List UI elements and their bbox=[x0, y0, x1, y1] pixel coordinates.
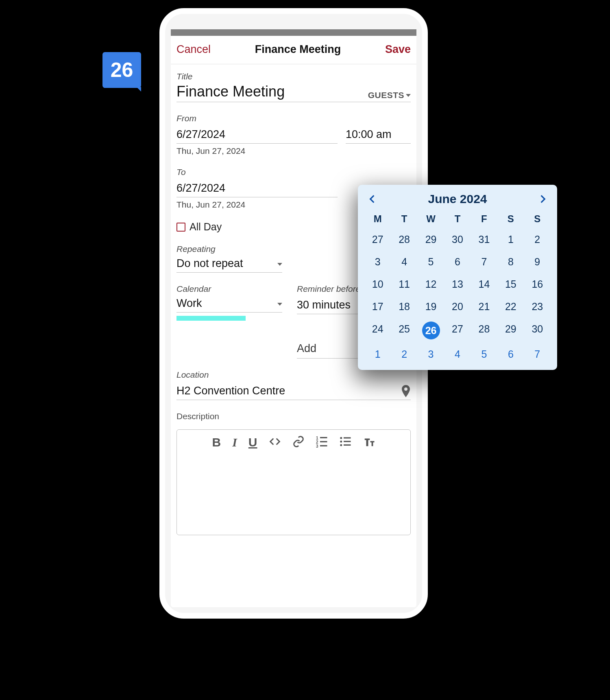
calendar-app-badge: 26 bbox=[102, 52, 141, 88]
dropdown-icon bbox=[277, 303, 282, 306]
calendar-day[interactable]: 6 bbox=[444, 254, 471, 269]
code-icon[interactable] bbox=[269, 435, 281, 448]
unordered-list-icon[interactable] bbox=[340, 435, 352, 448]
calendar-day[interactable]: 25 bbox=[391, 322, 417, 339]
calendar-day[interactable]: 18 bbox=[391, 299, 417, 314]
calendar-day[interactable]: 6 bbox=[497, 347, 524, 362]
calendar-day[interactable]: 28 bbox=[391, 232, 417, 247]
calendar-day[interactable]: 19 bbox=[418, 299, 444, 314]
save-button[interactable]: Save bbox=[385, 43, 411, 56]
calendar-day[interactable]: 31 bbox=[471, 232, 497, 247]
all-day-label: All Day bbox=[190, 221, 222, 233]
badge-day-number: 26 bbox=[111, 58, 133, 82]
calendar-day[interactable]: 30 bbox=[444, 232, 471, 247]
calendar-day[interactable]: 7 bbox=[471, 254, 497, 269]
calendar-day[interactable]: 4 bbox=[444, 347, 471, 362]
calendar-day[interactable]: 2 bbox=[524, 232, 551, 247]
from-date-field[interactable]: 6/27/2024 bbox=[176, 125, 338, 141]
day-of-week-header: T bbox=[391, 213, 417, 225]
calendar-day[interactable]: 5 bbox=[471, 347, 497, 362]
day-of-week-header: S bbox=[497, 213, 524, 225]
calendar-value: Work bbox=[176, 295, 202, 310]
location-pin-icon bbox=[401, 385, 411, 397]
calendar-day[interactable]: 9 bbox=[524, 254, 551, 269]
repeating-select[interactable]: Do not repeat bbox=[176, 256, 282, 273]
calendar-day[interactable]: 4 bbox=[391, 254, 417, 269]
to-date-field[interactable]: 6/27/2024 bbox=[176, 179, 338, 195]
next-month-button[interactable] bbox=[538, 194, 548, 204]
calendar-day[interactable]: 20 bbox=[444, 299, 471, 314]
calendar-day[interactable]: 1 bbox=[364, 347, 391, 362]
svg-point-6 bbox=[340, 437, 342, 439]
guests-label: GUESTS bbox=[368, 90, 404, 100]
ordered-list-icon[interactable]: 123 bbox=[316, 435, 328, 448]
description-label: Description bbox=[176, 411, 411, 421]
svg-rect-4 bbox=[320, 441, 327, 442]
svg-rect-11 bbox=[344, 444, 351, 446]
italic-icon[interactable]: I bbox=[232, 435, 237, 449]
cancel-button[interactable]: Cancel bbox=[176, 43, 211, 56]
calendar-grid: MTWTFSS272829303112345678910111213141516… bbox=[364, 213, 551, 362]
calendar-day[interactable]: 28 bbox=[471, 322, 497, 339]
title-label: Title bbox=[176, 72, 411, 81]
bold-icon[interactable]: B bbox=[212, 435, 221, 449]
location-label: Location bbox=[176, 370, 411, 380]
description-editor[interactable]: B I U 123 bbox=[176, 429, 411, 535]
calendar-day[interactable]: 14 bbox=[471, 277, 497, 292]
calendar-day[interactable]: 15 bbox=[497, 277, 524, 292]
dropdown-icon bbox=[277, 263, 282, 266]
svg-point-8 bbox=[340, 444, 342, 446]
calendar-day[interactable]: 12 bbox=[418, 277, 444, 292]
from-label: From bbox=[176, 114, 411, 123]
calendar-day[interactable]: 13 bbox=[444, 277, 471, 292]
calendar-day[interactable]: 3 bbox=[364, 254, 391, 269]
text-size-icon[interactable] bbox=[363, 435, 375, 448]
calendar-day[interactable]: 17 bbox=[364, 299, 391, 314]
calendar-color-swatch bbox=[176, 316, 246, 321]
calendar-day[interactable]: 21 bbox=[471, 299, 497, 314]
calendar-day[interactable]: 27 bbox=[444, 322, 471, 339]
calendar-day[interactable]: 24 bbox=[364, 322, 391, 339]
calendar-day[interactable]: 23 bbox=[524, 299, 551, 314]
title-field[interactable]: Finance Meeting bbox=[176, 83, 285, 100]
svg-point-7 bbox=[340, 441, 342, 443]
link-icon[interactable] bbox=[292, 435, 305, 448]
repeating-value: Do not repeat bbox=[176, 256, 243, 270]
calendar-day[interactable]: 2 bbox=[391, 347, 417, 362]
calendar-day[interactable]: 10 bbox=[364, 277, 391, 292]
all-day-checkbox[interactable] bbox=[176, 223, 185, 232]
underline-icon[interactable]: U bbox=[248, 435, 257, 449]
from-time-field[interactable]: 10:00 am bbox=[346, 125, 411, 141]
calendar-day[interactable]: 11 bbox=[391, 277, 417, 292]
calendar-day[interactable]: 16 bbox=[524, 277, 551, 292]
calendar-day[interactable]: 27 bbox=[364, 232, 391, 247]
month-year-label: June 2024 bbox=[428, 192, 487, 206]
editor-toolbar: B I U 123 bbox=[177, 430, 410, 455]
svg-rect-5 bbox=[320, 445, 327, 446]
guests-button[interactable]: GUESTS bbox=[368, 90, 411, 100]
day-of-week-header: T bbox=[444, 213, 471, 225]
calendar-day[interactable]: 7 bbox=[524, 347, 551, 362]
calendar-day[interactable]: 8 bbox=[497, 254, 524, 269]
calendar-select[interactable]: Work bbox=[176, 295, 282, 313]
prev-month-button[interactable] bbox=[367, 194, 377, 204]
calendar-day[interactable]: 29 bbox=[418, 232, 444, 247]
location-field[interactable]: H2 Convention Centre bbox=[176, 381, 285, 397]
from-date-readable: Thu, Jun 27, 2024 bbox=[176, 146, 411, 156]
edit-event-header: Cancel Finance Meeting Save bbox=[171, 36, 416, 64]
calendar-day[interactable]: 1 bbox=[497, 232, 524, 247]
calendar-day[interactable]: 3 bbox=[418, 347, 444, 362]
dropdown-icon bbox=[406, 94, 411, 97]
calendar-day-selected[interactable]: 26 bbox=[422, 322, 440, 339]
calendar-day[interactable]: 30 bbox=[524, 322, 551, 339]
svg-rect-10 bbox=[344, 441, 351, 442]
to-label: To bbox=[176, 167, 411, 177]
calendar-day[interactable]: 29 bbox=[497, 322, 524, 339]
calendar-day[interactable]: 22 bbox=[497, 299, 524, 314]
add-reminder-label: Add bbox=[297, 342, 316, 355]
page-title: Finance Meeting bbox=[255, 43, 341, 56]
calendar-day[interactable]: 5 bbox=[418, 254, 444, 269]
svg-rect-3 bbox=[320, 437, 327, 438]
day-of-week-header: F bbox=[471, 213, 497, 225]
svg-rect-9 bbox=[344, 437, 351, 438]
